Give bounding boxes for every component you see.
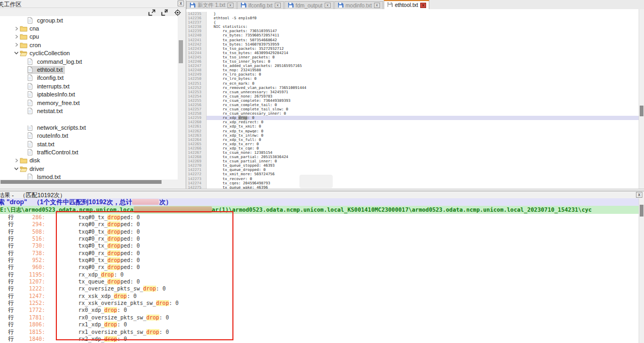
expand-all-icon[interactable] [148,9,156,16]
code-line[interactable]: 142256 rx_csum_complete_tail: 0 [186,103,639,107]
code-line[interactable]: 142238NIC statistics: [186,25,639,29]
code-line[interactable]: 142268 tx_csum_partial: 205153836424 [186,155,639,159]
result-row[interactable]: 行1222: rx_oversize_pkts_sw_drop: 0 [0,285,639,292]
chevron-right-icon[interactable] [13,34,20,39]
tab-fdm_output[interactable]: fdm_outputx [284,1,334,9]
code-line[interactable]: 142246 tx_tso_inner_bytes: 0 [186,59,639,64]
code-line[interactable]: 142248 tx_nop: 232419588 [186,68,639,72]
tab-close-icon[interactable]: x [228,3,233,8]
chevron-right-icon[interactable] [13,158,20,163]
tab-close-icon[interactable]: x [420,3,426,8]
result-row[interactable]: 行952: txq#0_tx_dropped: 0 [0,257,639,264]
result-row[interactable]: 行738: rxq#0_rx_dropped: 0 [0,250,639,257]
code-line[interactable]: 142236ethtool -S enp1s0f0 [186,16,639,20]
result-row[interactable]: 行1252: rx_xsk_oversize_pkts_sw_drop: 0 [0,300,639,307]
tree-item-interrupts-txt[interactable]: interrupts.txt [0,82,178,90]
result-row[interactable]: 行1806: rx1_xdp_drop: 0 [0,321,639,328]
code-line[interactable]: 142254 rx_csum_none: 26759783 [186,94,639,99]
results-vscroll-thumb[interactable] [640,205,643,217]
chevron-down-icon[interactable] [13,51,20,55]
result-row[interactable]: 行1207: tx_queue_dropped: 0 [0,278,639,285]
results-summary-row[interactable]: 索 "drop" （1个文件中匹配到10192次，总计次） [0,198,644,206]
code-line[interactable]: 142262 rx_xdp_tx_mpwqe: 0 [186,129,639,133]
result-row[interactable]: 行960: rxq#0_rx_dropped: 0 [0,264,639,271]
editor-vscroll-thumb[interactable] [640,106,643,116]
code-line[interactable]: 142266 rx_xdp_tx_cqe: 0 [186,146,639,151]
result-row[interactable]: 行1815: rx1_oversize_pkts_sw_drop: 0 [0,329,639,335]
tree-item-cpu[interactable]: cpu [0,33,178,41]
tree-item-driver[interactable]: driver [0,165,178,173]
result-row[interactable]: 行286: txq#0_tx_dropped: 0 [0,214,639,221]
code-line[interactable]: 142270 tx_queue_stopped: 46393 [186,163,639,168]
tree-item-stat-txt[interactable]: stat.txt [0,140,178,148]
code-line[interactable]: 142260 rx_xdp_redirect: 0 [186,120,639,124]
code-line[interactable]: 142257 rx_csum_complete_tail_slow: 0 [186,107,639,111]
code-line[interactable]: 142264 rx_xdp_tx_full: 0 [186,138,639,142]
tree-item-cyclicCollection[interactable]: cyclicCollection [0,49,178,57]
tree-item-command_log-txt[interactable]: command_log.txt [0,57,178,65]
tree-item-ifconfig-txt[interactable]: ifconfig.txt [0,74,178,82]
result-row[interactable]: 行508: txq#0_tx_dropped: 0 [0,228,639,235]
result-row[interactable]: 行1195: rx_xdp_drop: 0 [0,271,639,278]
chevron-right-icon[interactable] [13,26,20,31]
code-line[interactable]: 142242 tx_bytes: 514607839753959 [186,42,639,47]
code-line[interactable]: 142273 tx_recover: 0 [186,177,639,181]
results-file-path-row[interactable]: E:\日志\armod0523.odata.ncmp.unicom.locaar… [0,206,639,214]
chevron-down-icon[interactable] [13,167,20,171]
code-line[interactable]: 142237{ [186,20,639,25]
tab-新文件-1-txt[interactable]: 新文件 1.txtx [186,1,237,9]
code-line[interactable]: 142259 rx_xdp_drop: 0 [186,116,639,120]
code-line[interactable]: 142253 rx_csum_unnecessary: 34245971 [186,90,639,94]
tab-modinfo-txt[interactable]: modinfo.txtx [334,1,383,9]
code-line[interactable]: 142239 rx_packets: 736510395147 [186,29,639,33]
chevron-right-icon[interactable] [13,42,20,47]
result-row[interactable]: 行1247: rx_xsk_xdp_drop: 0 [0,293,639,300]
code-line[interactable]: 142255 rx_csum_complete: 736449389393 [186,99,639,103]
code-line[interactable]: 142240 rx_bytes: 735960572057411 [186,33,639,38]
tree-item-cgroup-txt[interactable]: cgroup.txt [0,16,178,24]
code-line[interactable]: 142241 tx_packets: 507354668642 [186,38,639,42]
tree-item-iptablesInfo-txt[interactable]: iptablesInfo.txt [0,91,178,99]
code-line[interactable]: 142251 rx_ecn_mark: 0 [186,81,639,86]
code-line[interactable]: 142272 tx_xmit_more: 569724756 [186,172,639,176]
tree-hscroll-thumb[interactable] [1,180,162,184]
collapse-all-icon[interactable] [161,9,169,16]
code-line[interactable]: 142261 rx_xdp_tx_xmit: 0 [186,124,639,129]
tab-close-icon[interactable]: x [325,3,331,8]
code-line[interactable]: 142245 tx_tso_inner_packets: 0 [186,55,639,59]
tree-item-cron[interactable]: cron [0,41,178,49]
tree-item-ethtool-txt[interactable]: ethtool.txt [0,65,178,73]
code-line[interactable]: 142271 tx_queue_dropped: 0 [186,168,639,172]
code-view[interactable]: 142235}142236ethtool -S enp1s0f0142237{1… [186,9,639,189]
code-line[interactable]: 142244 tx_tso_bytes: 463099429284214 [186,51,639,55]
workspace-close-icon[interactable]: x [178,1,184,6]
tab-ethtool-txt[interactable]: ethtool.txtx [384,0,429,9]
tab-close-icon[interactable]: x [275,3,281,8]
code-line[interactable]: 142235} [186,12,639,16]
tree-item-netstat-txt[interactable]: netstat.txt [0,107,178,115]
code-line[interactable]: 142269 tx_csum_partial_inner: 0 [186,159,639,163]
code-line[interactable]: 142243 tx_tso_packets: 35272932712 [186,47,639,51]
editor-vertical-scrollbar[interactable] [639,9,644,189]
result-row[interactable]: 行1781: rx0_oversize_pkts_sw_drop: 0 [0,314,639,321]
tree-item-memory_free-txt[interactable]: memory_free.txt [0,99,178,107]
results-close-icon[interactable]: x [636,192,642,198]
tab-close-icon[interactable]: x [374,3,380,8]
code-line[interactable]: 142250 rx_lro_bytes: 0 [186,77,639,81]
result-row[interactable]: 行1840: rx2_xdp_drop: 0 [0,335,639,342]
code-line[interactable]: 142258 rx_csum_unnecessary_inner: 0 [186,111,639,116]
result-row[interactable]: 行730: txq#0_tx_dropped: 0 [0,242,639,249]
code-line[interactable]: 142249 rx_lro_packets: 0 [186,72,639,77]
tree-item-routeInfo-txt[interactable]: routeInfo.txt [0,131,178,139]
tree-item-trafficControl-txt[interactable]: trafficControl.txt [0,148,178,156]
tree-horizontal-scrollbar[interactable] [0,180,178,184]
tree-item-cna[interactable]: cna [0,24,178,32]
tree-item-lsmod-txt[interactable]: lsmod.txt [0,173,178,180]
code-line[interactable]: 142267 tx_csum_none: 12385154 [186,151,639,155]
result-row[interactable]: 行1772: rx0_xdp_drop: 0 [0,307,639,314]
tree-vertical-scrollbar[interactable] [178,16,184,180]
tree-item-disk[interactable]: disk [0,156,178,165]
code-line[interactable]: 142265 rx_xdp_tx_err: 0 [186,142,639,146]
result-row[interactable]: 行516: rxq#0_rx_dropped: 0 [0,235,639,242]
code-line[interactable]: 142252 rx_removed_vlan_packets: 73651009… [186,86,639,90]
